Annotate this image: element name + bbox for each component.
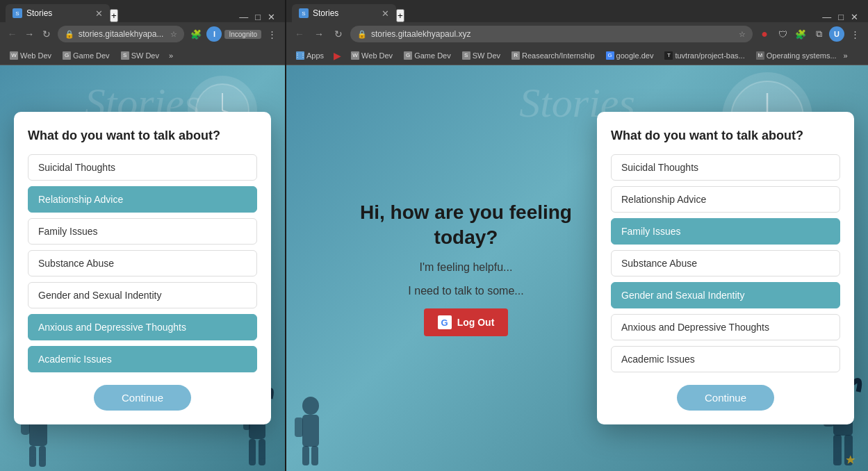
left-extensions-icon[interactable]: 🧩 (188, 26, 204, 42)
left-menu-icon[interactable]: ⋮ (264, 26, 279, 42)
right-bookmark-swdev-label: SW Dev (473, 51, 500, 60)
right-bookmark-research-icon: R (511, 51, 520, 60)
right-bookmark-opsys[interactable]: M Operating systems... (752, 50, 841, 61)
left-star-icon[interactable]: ☆ (170, 30, 177, 39)
right-bookmark-opsys-label: Operating systems... (767, 51, 837, 60)
left-dialog-overlay: What do you want to talk about? Suicidal… (0, 65, 285, 471)
right-bookmark-apps-icon: ⋮⋮ (296, 51, 304, 60)
right-topic-anxious[interactable]: Anxious and Depressive Thoughts (611, 314, 840, 340)
left-dialog-title: What do you want to talk about? (28, 129, 257, 143)
left-page-content: Stories (0, 65, 285, 471)
right-dialog: What do you want to talk about? Suicidal… (597, 112, 854, 424)
right-back-btn[interactable]: ← (292, 26, 307, 42)
right-bookmark-webdev-icon: W (351, 51, 359, 60)
left-maximize-btn[interactable]: □ (255, 12, 261, 22)
left-incognito-badge: Incognito (224, 30, 261, 39)
right-dialog-title: What do you want to talk about? (611, 129, 840, 143)
right-continue-button[interactable]: Continue (677, 385, 774, 411)
right-puzzle-icon[interactable]: 🧩 (793, 26, 808, 42)
right-lock-icon: 🔒 (357, 30, 367, 39)
right-tab-stories[interactable]: S Stories ✕ (292, 4, 396, 22)
left-reload-btn[interactable]: ↻ (40, 26, 54, 42)
left-minimize-btn[interactable]: — (239, 12, 248, 22)
right-menu-icon[interactable]: ⋮ (847, 26, 862, 42)
right-bookmark-webdev[interactable]: W Web Dev (347, 50, 397, 61)
right-tab-close[interactable]: ✕ (382, 8, 389, 19)
right-bookmark-googledev-label: google.dev (616, 51, 654, 60)
right-tab-label: Stories (313, 8, 338, 18)
left-topic-suicidal[interactable]: Suicidal Thoughts (28, 154, 257, 181)
right-extensions-icon[interactable]: ⧉ (811, 26, 826, 42)
left-bookmarks-bar: W Web Dev G Game Dev S SW Dev » (0, 46, 285, 65)
right-bookmark-apps[interactable]: ⋮⋮ Apps (292, 50, 328, 61)
right-bookmark-apps-label: Apps (306, 51, 324, 60)
left-topic-family[interactable]: Family Issues (28, 218, 257, 245)
right-bookmark-swdev[interactable]: S SW Dev (458, 50, 505, 61)
right-bookmark-gamedev-icon: G (404, 51, 412, 60)
right-profile-avatar[interactable]: U (829, 26, 844, 42)
left-bookmark-gamedev-icon: G (63, 51, 71, 60)
left-bookmark-gamedev[interactable]: G Game Dev (58, 50, 114, 61)
right-profile-icon-red[interactable]: ● (757, 26, 772, 42)
left-lock-icon: 🔒 (65, 30, 74, 39)
left-bookmark-gamedev-label: Game Dev (73, 51, 110, 60)
right-bookmark-gamedev-label: Game Dev (414, 51, 451, 60)
right-topic-family[interactable]: Family Issues (611, 218, 840, 245)
right-close-btn[interactable]: ✕ (851, 12, 858, 22)
right-minimize-btn[interactable]: — (822, 12, 831, 22)
right-topic-suicidal[interactable]: Suicidal Thoughts (611, 154, 840, 181)
right-topic-substance[interactable]: Substance Abuse (611, 250, 840, 276)
right-maximize-btn[interactable]: □ (838, 12, 844, 22)
left-address-bar[interactable]: 🔒 stories.gitaalekhyapa... ☆ (58, 26, 185, 42)
right-topic-gender[interactable]: Gender and Sexual Indentity (611, 282, 840, 308)
right-bookmark-webdev-label: Web Dev (361, 51, 393, 60)
right-shield-icon[interactable]: 🛡 (775, 26, 790, 42)
right-forward-btn[interactable]: → (311, 26, 327, 42)
left-forward-btn[interactable]: → (23, 26, 36, 42)
right-topic-academic[interactable]: Academic Issues (611, 346, 840, 372)
left-continue-button[interactable]: Continue (94, 385, 191, 411)
left-tab-label: Stories (26, 8, 52, 18)
right-tab-favicon: S (299, 8, 309, 18)
left-close-btn[interactable]: ✕ (268, 12, 275, 22)
left-profile-avatar[interactable]: I (206, 26, 222, 42)
right-new-tab-button[interactable]: + (396, 9, 404, 22)
left-topic-substance[interactable]: Substance Abuse (28, 250, 257, 276)
left-bookmarks-more[interactable]: » (169, 51, 173, 60)
left-new-tab-button[interactable]: + (110, 9, 118, 22)
right-bookmark-research-label: Reasearch/Internship (522, 51, 595, 60)
right-bookmarks-more[interactable]: » (844, 51, 848, 60)
right-bookmarks-bar: ⋮⋮ Apps ▶ W Web Dev G Game Dev S SW Dev … (286, 46, 868, 65)
left-url: stories.gitaalekhyapa... (79, 29, 164, 39)
left-bookmark-swdev[interactable]: S SW Dev (117, 50, 163, 61)
right-star-icon[interactable]: ☆ (739, 30, 746, 39)
left-topic-list: Suicidal Thoughts Relationship Advice Fa… (28, 154, 257, 372)
left-bookmark-webdev[interactable]: W Web Dev (6, 50, 56, 61)
right-bookmark-swdev-icon: S (462, 51, 470, 60)
left-bookmark-webdev-icon: W (10, 51, 18, 60)
left-bookmark-swdev-icon: S (121, 51, 129, 60)
right-dialog-overlay: What do you want to talk about? Suicidal… (286, 65, 868, 471)
left-tab-favicon: S (13, 8, 22, 18)
right-bookmark-googledev-icon: G (606, 51, 614, 60)
right-bookmark-tuvtran-icon: T (664, 51, 673, 60)
right-bookmark-gamedev[interactable]: G Game Dev (400, 50, 455, 61)
left-topic-relationship[interactable]: Relationship Advice (28, 186, 257, 213)
left-topic-anxious[interactable]: Anxious and Depressive Thoughts (28, 314, 257, 340)
left-topic-academic[interactable]: Academic Issues (28, 346, 257, 372)
right-page-content: Stories Hi, how are you feeling today? I… (286, 65, 868, 471)
right-address-bar[interactable]: 🔒 stories.gitaalekhyapaul.xyz ☆ (350, 26, 753, 42)
right-youtube-icon[interactable]: ▶ (331, 50, 344, 61)
right-reload-btn[interactable]: ↻ (331, 26, 346, 42)
left-tab-stories[interactable]: S Stories ✕ (6, 4, 110, 22)
right-topic-relationship[interactable]: Relationship Advice (611, 186, 840, 213)
right-topic-list: Suicidal Thoughts Relationship Advice Fa… (611, 154, 840, 372)
right-bookmark-tuvtran-label: tuvtran/project-bas... (675, 51, 744, 60)
right-bookmark-tuvtran[interactable]: T tuvtran/project-bas... (660, 50, 748, 61)
left-dialog: What do you want to talk about? Suicidal… (14, 112, 271, 424)
right-bookmark-googledev[interactable]: G google.dev (602, 50, 658, 61)
right-bookmark-research[interactable]: R Reasearch/Internship (507, 50, 599, 61)
left-topic-gender[interactable]: Gender and Sexual Indentity (28, 282, 257, 308)
left-back-btn[interactable]: ← (6, 26, 19, 42)
left-tab-close[interactable]: ✕ (95, 8, 103, 19)
